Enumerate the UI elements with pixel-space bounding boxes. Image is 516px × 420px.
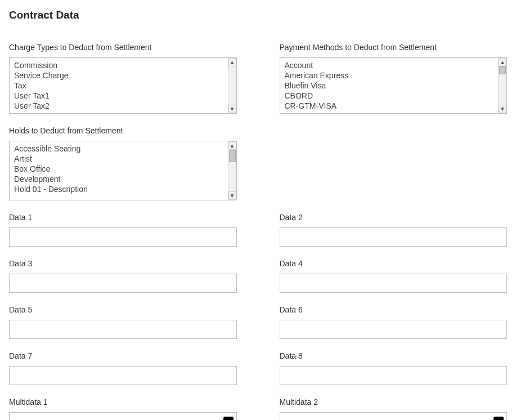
list-item[interactable]: Account — [285, 60, 494, 70]
payment-methods-label: Payment Methods to Deduct from Settlemen… — [280, 43, 508, 52]
scroll-down-icon[interactable]: ▼ — [499, 105, 506, 113]
multidata1-input[interactable] — [9, 412, 237, 420]
list-item[interactable]: Hold 01 - Description — [14, 184, 223, 194]
multidata2-label: Multidata 2 — [280, 397, 508, 406]
list-item[interactable]: Commission — [14, 60, 223, 70]
scroll-down-icon[interactable]: ▼ — [228, 191, 236, 200]
scroll-up-icon[interactable]: ▲ — [499, 58, 506, 66]
list-item[interactable]: Tax — [14, 81, 223, 91]
scroll-thumb[interactable] — [499, 66, 506, 74]
scroll-thumb[interactable] — [229, 150, 236, 162]
scrollbar[interactable]: ▲ ▼ — [228, 141, 236, 200]
holds-label: Holds to Deduct from Settlement — [9, 126, 237, 135]
charge-types-listbox[interactable]: Commission Service Charge Tax User Tax1 … — [9, 57, 237, 114]
data8-label: Data 8 — [280, 351, 508, 360]
data5-input[interactable] — [9, 320, 237, 339]
payment-methods-listbox[interactable]: Account American Express Bluefin Visa CB… — [280, 57, 508, 114]
multidata2-input[interactable] — [280, 412, 508, 420]
scrollbar[interactable]: ▲ ▼ — [228, 58, 236, 113]
charge-types-label: Charge Types to Deduct from Settlement — [9, 43, 237, 52]
data1-input[interactable] — [9, 227, 237, 247]
data7-input[interactable] — [9, 366, 237, 385]
data2-label: Data 2 — [280, 213, 508, 222]
scroll-down-icon[interactable]: ▼ — [228, 105, 236, 113]
plus-icon[interactable]: + — [223, 417, 234, 420]
data1-label: Data 1 — [9, 213, 237, 222]
data6-label: Data 6 — [280, 305, 508, 314]
list-item[interactable]: CBORD — [285, 91, 494, 101]
scroll-up-icon[interactable]: ▲ — [228, 141, 236, 150]
data6-input[interactable] — [280, 320, 508, 339]
list-item[interactable]: Accessible Seating — [14, 144, 223, 154]
data4-label: Data 4 — [280, 259, 508, 268]
list-item[interactable]: Artist — [14, 154, 223, 164]
list-item[interactable]: Development — [14, 174, 223, 184]
list-item[interactable]: American Express — [285, 70, 494, 81]
list-item[interactable]: Box Office — [14, 164, 223, 174]
list-item[interactable]: Service Charge — [14, 70, 223, 81]
list-item[interactable]: User Tax1 — [14, 91, 223, 101]
data3-label: Data 3 — [9, 259, 237, 268]
plus-icon[interactable]: + — [493, 417, 504, 420]
data2-input[interactable] — [280, 227, 508, 247]
holds-listbox[interactable]: Accessible Seating Artist Box Office Dev… — [9, 141, 237, 200]
list-item[interactable]: User Tax2 — [14, 101, 223, 111]
list-item[interactable]: CR-GTM-VISA — [285, 101, 494, 111]
scroll-up-icon[interactable]: ▲ — [228, 58, 236, 66]
data3-input[interactable] — [9, 274, 237, 293]
page-title: Contract Data — [9, 9, 507, 21]
scrollbar[interactable]: ▲ ▼ — [498, 58, 506, 113]
data4-input[interactable] — [280, 274, 508, 293]
data5-label: Data 5 — [9, 305, 237, 314]
data8-input[interactable] — [280, 366, 508, 385]
multidata1-label: Multidata 1 — [9, 397, 237, 406]
list-item[interactable]: Bluefin Visa — [285, 81, 494, 91]
data7-label: Data 7 — [9, 351, 237, 360]
